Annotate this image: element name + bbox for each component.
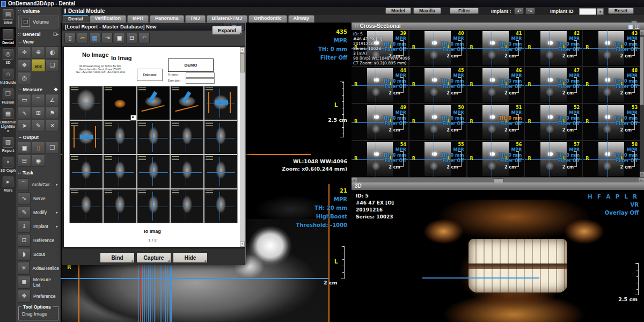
undo-icon[interactable]: ↶: [138, 33, 150, 43]
task-item[interactable]: ≣ Measure List ▸: [18, 275, 59, 289]
task-item[interactable]: ↧ Implant ▸: [18, 219, 59, 233]
module-tab[interactable]: MPR: [127, 15, 149, 23]
implant-undo-icon[interactable]: ↶: [514, 8, 524, 14]
measure-tools-icon[interactable]: ❖: [54, 87, 58, 92]
patient-name-field[interactable]: [186, 72, 215, 78]
cross-section-cell[interactable]: 42 MPR TH: 0 mm Filter Off R L 2 cm: [525, 30, 582, 66]
print-icon[interactable]: ⊟: [18, 155, 31, 167]
module-report[interactable]: ▥ Report: [0, 135, 16, 155]
cross-section-cell[interactable]: 40 MPR TH: 0 mm Filter Off R L 2 cm: [409, 30, 466, 66]
selected-checkbox[interactable]: [130, 115, 136, 121]
report-clipboard-icon[interactable]: ▯: [32, 142, 45, 154]
module-more[interactable]: ▸ More: [0, 174, 16, 194]
cross-section-cell[interactable]: 48 MPR TH: 0 mm Filter Off R L 2 cm: [583, 67, 640, 103]
report-thumbnail[interactable]: [104, 189, 136, 223]
task-item[interactable]: ⌒ Arch/Cur... ▸: [18, 178, 59, 191]
new-report-icon[interactable]: ▯: [64, 33, 76, 43]
angle-icon[interactable]: ∠: [46, 94, 59, 106]
module-3d[interactable]: ◎ 3D: [0, 47, 16, 67]
cross-section-cell[interactable]: 58 MPR TH: 0 mm Filter Off R L 2 cm: [583, 141, 640, 177]
cross-section-cell[interactable]: 46 MPR TH: 0 mm Filter Off R L 2 cm: [467, 67, 524, 103]
report-action-button[interactable]: Bind◢: [100, 252, 135, 263]
scroll-up-icon[interactable]: ▲: [240, 47, 245, 53]
cross-section-cell[interactable]: 54 MPR TH: 0 mm Filter Off R L 2 cm: [352, 141, 408, 177]
pan-icon[interactable]: ✛: [18, 46, 31, 58]
module-dynamic-lightbox[interactable]: ▦ Dynamic LightBox: [0, 106, 16, 135]
report-thumbnail[interactable]: [70, 86, 103, 120]
report-thumbnail[interactable]: [171, 189, 203, 223]
scroll-thumb[interactable]: [640, 36, 644, 105]
ruler-icon[interactable]: ▭: [18, 94, 31, 106]
module-3d-ceph[interactable]: ◗ 3D Ceph: [0, 155, 16, 174]
scroll-down-icon[interactable]: ▼: [240, 241, 245, 247]
cross-section-cell[interactable]: 57 MPR TH: 0 mm Filter Off R L 2 cm: [525, 141, 582, 177]
report-thumbnail[interactable]: [70, 155, 103, 188]
layout-grid-icon[interactable]: ▦ ◫: [628, 23, 640, 31]
cross-section-cell[interactable]: 51 MPR TH: 0 mm Filter Off R L 2 cm: [467, 104, 524, 140]
module-tab[interactable]: Bilateral-TMJ: [207, 15, 248, 23]
report-thumbnail[interactable]: [204, 86, 237, 120]
report-page-scrollbar[interactable]: ▲ ▼: [240, 47, 245, 247]
report-thumbnail[interactable]: [70, 121, 103, 154]
task-item[interactable]: ⊡ Reference ▸: [18, 233, 59, 247]
scroll-thumb[interactable]: [240, 53, 245, 72]
report-thumbnail[interactable]: [137, 189, 170, 223]
save-report-icon[interactable]: ▦: [89, 33, 100, 43]
brightness-icon[interactable]: ◐: [46, 46, 59, 58]
implant-redo-icon[interactable]: ↷: [525, 8, 535, 14]
report-thumbnail[interactable]: [137, 86, 170, 120]
cross-section-cell[interactable]: 43 MPR TH: 0 mm Filter Off R L 2 cm: [583, 30, 640, 66]
report-thumbnail[interactable]: [137, 155, 170, 188]
free-rotate-icon[interactable]: ❖: [18, 59, 31, 71]
report-thumbnail[interactable]: [104, 121, 136, 154]
report-thumbnail[interactable]: [70, 189, 103, 223]
import-icon[interactable]: ⇥: [101, 33, 113, 43]
module-tab[interactable]: Dental: [63, 15, 89, 23]
report-page[interactable]: No Image Io Imag 60-18 Gasan-Dong, Ac Te…: [64, 47, 241, 247]
module-dbm[interactable]: ▤ DBM: [0, 7, 16, 27]
module-tab[interactable]: TMJ: [185, 15, 206, 23]
cross-section-cell[interactable]: 47 MPR TH: 0 mm Filter Off R L 2 cm: [525, 67, 582, 103]
select-arrow-icon[interactable]: ➤: [18, 120, 31, 132]
task-item[interactable]: ✎ Modify ▸: [18, 206, 59, 219]
exam-date-field[interactable]: [186, 78, 215, 84]
text-annotation-icon[interactable]: abc: [32, 59, 45, 71]
module-tab[interactable]: Verification: [90, 15, 127, 23]
report-thumbnail[interactable]: [171, 86, 203, 120]
cross-section-cell[interactable]: 39 MPR TH: 0 mm Filter Off R L 2 cm: [352, 30, 408, 66]
cross-section-cell[interactable]: 45 MPR TH: 0 mm Filter Off R L 2 cm: [409, 67, 466, 103]
capture-page-icon[interactable]: ▣: [114, 33, 125, 43]
report-action-button[interactable]: Hide◢: [173, 252, 208, 263]
filter-button[interactable]: Filter: [450, 8, 479, 14]
cross-section-cell[interactable]: 49 MPR TH: 0 mm Filter Off R L 2 cm: [352, 104, 408, 140]
scroll-down-icon[interactable]: ▼: [640, 172, 644, 177]
module-tab[interactable]: Airway: [288, 15, 315, 23]
report-action-button[interactable]: Capture◢: [136, 252, 171, 263]
marker-pen-icon[interactable]: ✎: [32, 120, 45, 132]
scroll-left-icon[interactable]: ◄: [352, 178, 357, 182]
mesh-sphere-icon[interactable]: ⊞: [32, 107, 45, 119]
module-tab[interactable]: Orthodontic: [248, 15, 287, 23]
module-dental[interactable]: Dental: [0, 27, 16, 47]
report-thumbnail[interactable]: [171, 121, 203, 154]
overlay-icon[interactable]: ❏: [46, 59, 59, 71]
cross-section-cell[interactable]: 41 MPR TH: 0 mm Filter Off R L 2 cm: [467, 30, 524, 66]
module-in2guide[interactable]: ∩ In2Guide: [0, 67, 16, 86]
report-thumbnail[interactable]: [204, 189, 237, 223]
report-thumbnail[interactable]: [104, 155, 136, 188]
print-report-icon[interactable]: ⊟: [126, 33, 137, 43]
cross-section-cell[interactable]: 55 MPR TH: 0 mm Filter Off R L 2 cm: [409, 141, 466, 177]
report-thumbnail[interactable]: [204, 121, 237, 154]
cross-section-cell[interactable]: 50 MPR TH: 0 mm Filter Off R L 2 cm: [409, 104, 466, 140]
profile-icon[interactable]: ∿: [18, 107, 31, 119]
cross-section-cell[interactable]: 44 MPR TH: 0 mm Filter Off R L 2 cm: [352, 67, 408, 103]
cross-section-cell[interactable]: 53 MPR TH: 0 mm Filter Off R L 2 cm: [583, 104, 640, 140]
cross-section-cell[interactable]: 56 MPR TH: 0 mm Filter Off R L 2 cm: [467, 141, 524, 177]
report-thumbnail[interactable]: [137, 121, 170, 154]
report-thumbnail[interactable]: [171, 155, 203, 188]
export-image-icon[interactable]: ❐: [46, 142, 59, 154]
scroll-up-icon[interactable]: ▲: [640, 30, 644, 35]
task-item[interactable]: ✳ Axis&Reslice ▸: [18, 261, 59, 275]
open-report-icon[interactable]: ▱: [77, 33, 88, 43]
model-button[interactable]: Model: [385, 8, 411, 14]
